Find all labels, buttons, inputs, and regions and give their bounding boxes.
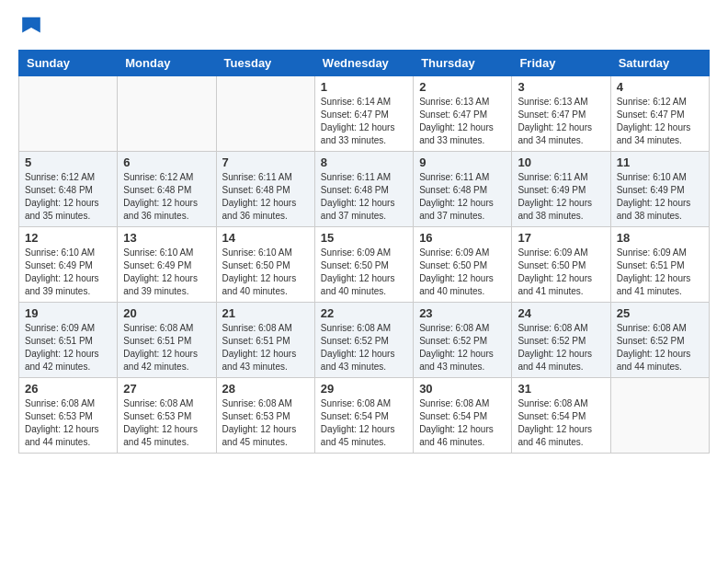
day-header-friday: Friday xyxy=(512,51,610,76)
calendar-cell: 1Sunrise: 6:14 AM Sunset: 6:47 PM Daylig… xyxy=(314,76,413,152)
day-info: Sunrise: 6:08 AM Sunset: 6:54 PM Dayligh… xyxy=(518,397,604,449)
day-header-thursday: Thursday xyxy=(414,51,512,76)
day-info: Sunrise: 6:09 AM Sunset: 6:50 PM Dayligh… xyxy=(518,247,604,298)
day-number: 31 xyxy=(518,382,604,396)
week-row-2: 5Sunrise: 6:12 AM Sunset: 6:48 PM Daylig… xyxy=(19,152,710,227)
day-info: Sunrise: 6:10 AM Sunset: 6:49 PM Dayligh… xyxy=(617,171,703,223)
calendar-cell: 14Sunrise: 6:10 AM Sunset: 6:50 PM Dayli… xyxy=(216,227,314,303)
calendar-cell: 18Sunrise: 6:09 AM Sunset: 6:51 PM Dayli… xyxy=(610,227,709,303)
day-info: Sunrise: 6:08 AM Sunset: 6:52 PM Dayligh… xyxy=(321,322,407,373)
calendar-cell xyxy=(610,378,709,454)
day-number: 19 xyxy=(25,306,111,320)
day-header-saturday: Saturday xyxy=(610,51,709,76)
calendar-cell: 12Sunrise: 6:10 AM Sunset: 6:49 PM Dayli… xyxy=(19,227,118,303)
day-info: Sunrise: 6:10 AM Sunset: 6:50 PM Dayligh… xyxy=(222,247,309,298)
day-info: Sunrise: 6:12 AM Sunset: 6:48 PM Dayligh… xyxy=(25,171,111,223)
calendar-cell: 25Sunrise: 6:08 AM Sunset: 6:52 PM Dayli… xyxy=(610,303,709,378)
logo xyxy=(18,15,48,40)
day-number: 16 xyxy=(419,231,506,245)
day-number: 9 xyxy=(419,155,506,169)
day-info: Sunrise: 6:08 AM Sunset: 6:51 PM Dayligh… xyxy=(222,322,309,373)
day-info: Sunrise: 6:09 AM Sunset: 6:50 PM Dayligh… xyxy=(321,247,407,298)
calendar-cell xyxy=(19,76,118,152)
calendar-cell: 24Sunrise: 6:08 AM Sunset: 6:52 PM Dayli… xyxy=(512,303,610,378)
day-info: Sunrise: 6:13 AM Sunset: 6:47 PM Dayligh… xyxy=(419,96,506,147)
day-number: 14 xyxy=(222,231,309,245)
day-info: Sunrise: 6:10 AM Sunset: 6:49 PM Dayligh… xyxy=(25,247,111,298)
day-header-wednesday: Wednesday xyxy=(314,51,413,76)
calendar-cell: 23Sunrise: 6:08 AM Sunset: 6:52 PM Dayli… xyxy=(414,303,512,378)
day-number: 24 xyxy=(518,306,604,320)
calendar-cell: 5Sunrise: 6:12 AM Sunset: 6:48 PM Daylig… xyxy=(19,152,118,227)
calendar-cell: 15Sunrise: 6:09 AM Sunset: 6:50 PM Dayli… xyxy=(314,227,413,303)
day-info: Sunrise: 6:08 AM Sunset: 6:53 PM Dayligh… xyxy=(222,397,309,449)
calendar-cell: 22Sunrise: 6:08 AM Sunset: 6:52 PM Dayli… xyxy=(314,303,413,378)
week-row-1: 1Sunrise: 6:14 AM Sunset: 6:47 PM Daylig… xyxy=(19,76,710,152)
day-number: 20 xyxy=(123,306,210,320)
calendar-cell: 30Sunrise: 6:08 AM Sunset: 6:54 PM Dayli… xyxy=(414,378,512,454)
calendar-cell: 21Sunrise: 6:08 AM Sunset: 6:51 PM Dayli… xyxy=(216,303,314,378)
calendar-cell: 16Sunrise: 6:09 AM Sunset: 6:50 PM Dayli… xyxy=(414,227,512,303)
day-number: 10 xyxy=(518,155,604,169)
calendar-cell: 27Sunrise: 6:08 AM Sunset: 6:53 PM Dayli… xyxy=(118,378,216,454)
calendar-cell: 28Sunrise: 6:08 AM Sunset: 6:53 PM Dayli… xyxy=(216,378,314,454)
day-info: Sunrise: 6:08 AM Sunset: 6:54 PM Dayligh… xyxy=(419,397,506,449)
calendar-cell: 20Sunrise: 6:08 AM Sunset: 6:51 PM Dayli… xyxy=(118,303,216,378)
header xyxy=(18,15,710,40)
day-number: 12 xyxy=(25,231,111,245)
calendar-cell: 13Sunrise: 6:10 AM Sunset: 6:49 PM Dayli… xyxy=(118,227,216,303)
day-number: 11 xyxy=(617,155,703,169)
day-info: Sunrise: 6:10 AM Sunset: 6:49 PM Dayligh… xyxy=(123,247,210,298)
calendar-cell: 3Sunrise: 6:13 AM Sunset: 6:47 PM Daylig… xyxy=(512,76,610,152)
day-number: 7 xyxy=(222,155,309,169)
day-info: Sunrise: 6:09 AM Sunset: 6:50 PM Dayligh… xyxy=(419,247,506,298)
day-number: 13 xyxy=(123,231,210,245)
calendar-cell: 4Sunrise: 6:12 AM Sunset: 6:47 PM Daylig… xyxy=(610,76,709,152)
calendar-table: SundayMondayTuesdayWednesdayThursdayFrid… xyxy=(18,50,710,454)
day-info: Sunrise: 6:11 AM Sunset: 6:48 PM Dayligh… xyxy=(321,171,407,223)
calendar-cell: 29Sunrise: 6:08 AM Sunset: 6:54 PM Dayli… xyxy=(314,378,413,454)
day-number: 5 xyxy=(25,155,111,169)
day-info: Sunrise: 6:08 AM Sunset: 6:53 PM Dayligh… xyxy=(123,397,210,449)
day-info: Sunrise: 6:08 AM Sunset: 6:51 PM Dayligh… xyxy=(123,322,210,373)
day-info: Sunrise: 6:12 AM Sunset: 6:48 PM Dayligh… xyxy=(123,171,210,223)
day-info: Sunrise: 6:13 AM Sunset: 6:47 PM Dayligh… xyxy=(518,96,604,147)
day-number: 2 xyxy=(419,80,506,94)
week-row-5: 26Sunrise: 6:08 AM Sunset: 6:53 PM Dayli… xyxy=(19,378,710,454)
day-number: 17 xyxy=(518,231,604,245)
day-number: 22 xyxy=(321,306,407,320)
day-number: 29 xyxy=(321,382,407,396)
calendar-cell: 7Sunrise: 6:11 AM Sunset: 6:48 PM Daylig… xyxy=(216,152,314,227)
day-info: Sunrise: 6:08 AM Sunset: 6:53 PM Dayligh… xyxy=(25,397,111,449)
calendar-cell: 26Sunrise: 6:08 AM Sunset: 6:53 PM Dayli… xyxy=(19,378,118,454)
day-info: Sunrise: 6:12 AM Sunset: 6:47 PM Dayligh… xyxy=(617,96,703,147)
calendar-cell xyxy=(118,76,216,152)
calendar-cell: 11Sunrise: 6:10 AM Sunset: 6:49 PM Dayli… xyxy=(610,152,709,227)
day-number: 30 xyxy=(419,382,506,396)
day-headers: SundayMondayTuesdayWednesdayThursdayFrid… xyxy=(19,51,710,76)
week-row-4: 19Sunrise: 6:09 AM Sunset: 6:51 PM Dayli… xyxy=(19,303,710,378)
calendar-cell xyxy=(216,76,314,152)
day-number: 3 xyxy=(518,80,604,94)
day-header-tuesday: Tuesday xyxy=(216,51,314,76)
day-info: Sunrise: 6:09 AM Sunset: 6:51 PM Dayligh… xyxy=(25,322,111,373)
day-number: 23 xyxy=(419,306,506,320)
day-number: 26 xyxy=(25,382,111,396)
day-number: 25 xyxy=(617,306,703,320)
day-number: 6 xyxy=(123,155,210,169)
day-info: Sunrise: 6:11 AM Sunset: 6:48 PM Dayligh… xyxy=(419,171,506,223)
day-info: Sunrise: 6:11 AM Sunset: 6:48 PM Dayligh… xyxy=(222,171,309,223)
calendar-cell: 9Sunrise: 6:11 AM Sunset: 6:48 PM Daylig… xyxy=(414,152,512,227)
calendar-cell: 2Sunrise: 6:13 AM Sunset: 6:47 PM Daylig… xyxy=(414,76,512,152)
day-number: 28 xyxy=(222,382,309,396)
calendar-cell: 8Sunrise: 6:11 AM Sunset: 6:48 PM Daylig… xyxy=(314,152,413,227)
day-info: Sunrise: 6:08 AM Sunset: 6:52 PM Dayligh… xyxy=(617,322,703,373)
day-info: Sunrise: 6:08 AM Sunset: 6:54 PM Dayligh… xyxy=(321,397,407,449)
day-info: Sunrise: 6:08 AM Sunset: 6:52 PM Dayligh… xyxy=(518,322,604,373)
logo-icon xyxy=(18,15,44,40)
day-info: Sunrise: 6:11 AM Sunset: 6:49 PM Dayligh… xyxy=(518,171,604,223)
day-number: 1 xyxy=(321,80,407,94)
day-number: 18 xyxy=(617,231,703,245)
day-number: 8 xyxy=(321,155,407,169)
day-number: 4 xyxy=(617,80,703,94)
